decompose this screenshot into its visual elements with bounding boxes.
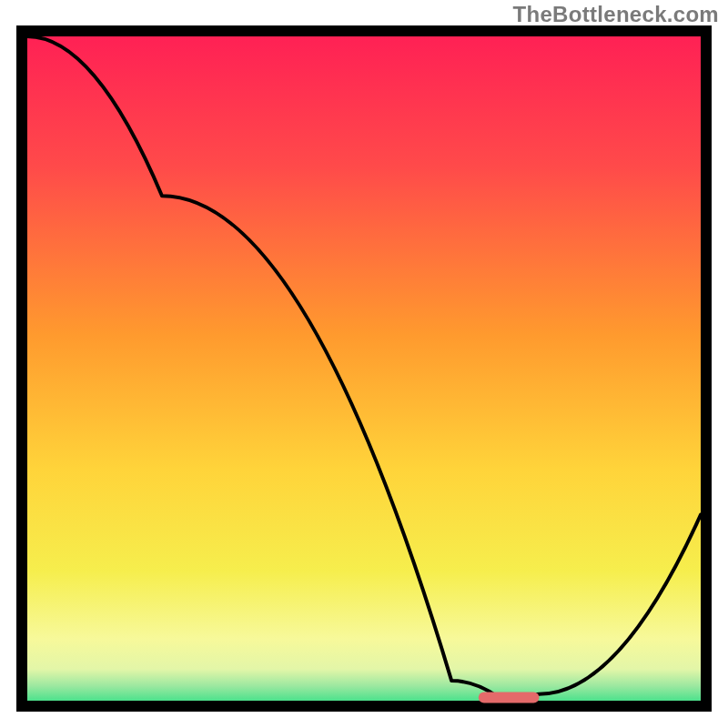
watermark-text: TheBottleneck.com bbox=[513, 2, 719, 27]
gradient-fill bbox=[22, 31, 706, 706]
bottleneck-chart bbox=[16, 25, 712, 712]
optimal-range-marker bbox=[479, 692, 540, 703]
chart-container: TheBottleneck.com bbox=[0, 0, 728, 728]
